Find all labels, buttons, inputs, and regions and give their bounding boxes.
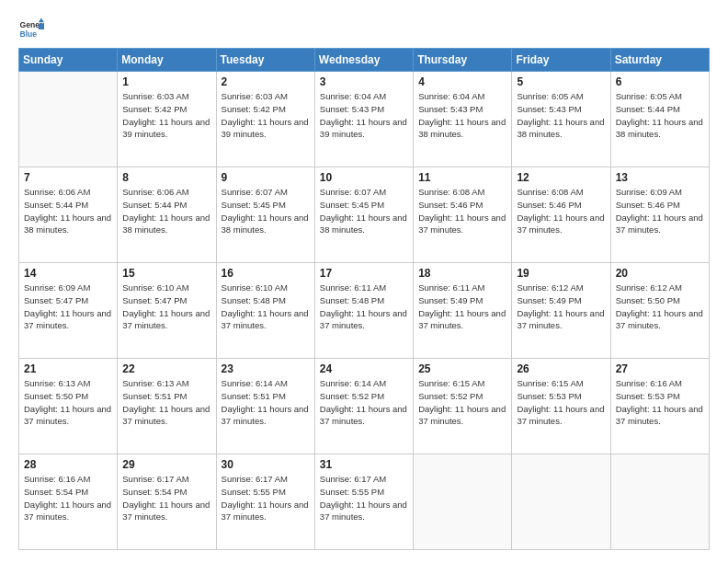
- day-number: 10: [320, 171, 408, 184]
- day-info: Sunrise: 6:10 AMSunset: 5:48 PMDaylight:…: [222, 282, 310, 332]
- day-number: 11: [418, 171, 506, 184]
- calendar-cell: [414, 454, 512, 550]
- calendar-cell: 17Sunrise: 6:11 AMSunset: 5:48 PMDayligh…: [314, 263, 413, 359]
- day-number: 23: [222, 362, 310, 375]
- weekday-header: Sunday: [19, 49, 118, 72]
- calendar-cell: 7Sunrise: 6:06 AMSunset: 5:44 PMDaylight…: [19, 167, 118, 263]
- day-number: 12: [517, 171, 605, 184]
- day-info: Sunrise: 6:04 AMSunset: 5:43 PMDaylight:…: [320, 90, 408, 141]
- day-info: Sunrise: 6:06 AMSunset: 5:44 PMDaylight:…: [122, 186, 210, 236]
- day-info: Sunrise: 6:15 AMSunset: 5:52 PMDaylight:…: [418, 377, 506, 428]
- day-number: 25: [418, 362, 506, 375]
- day-info: Sunrise: 6:12 AMSunset: 5:49 PMDaylight:…: [517, 282, 605, 332]
- calendar-cell: 14Sunrise: 6:09 AMSunset: 5:47 PMDayligh…: [19, 263, 118, 359]
- day-number: 4: [418, 75, 506, 88]
- day-info: Sunrise: 6:06 AMSunset: 5:44 PMDaylight:…: [24, 186, 112, 236]
- day-info: Sunrise: 6:13 AMSunset: 5:50 PMDaylight:…: [24, 377, 112, 428]
- calendar-cell: 18Sunrise: 6:11 AMSunset: 5:49 PMDayligh…: [414, 263, 512, 359]
- day-info: Sunrise: 6:07 AMSunset: 5:45 PMDaylight:…: [222, 186, 310, 236]
- day-number: 16: [222, 267, 310, 280]
- day-number: 5: [517, 75, 605, 88]
- logo-icon: General Blue: [18, 17, 44, 42]
- day-number: 15: [122, 267, 210, 280]
- day-number: 18: [418, 267, 506, 280]
- calendar-week-row: 7Sunrise: 6:06 AMSunset: 5:44 PMDaylight…: [19, 167, 710, 263]
- day-number: 20: [616, 267, 704, 280]
- day-number: 30: [222, 458, 310, 471]
- day-info: Sunrise: 6:16 AMSunset: 5:53 PMDaylight:…: [616, 377, 704, 428]
- calendar-cell: 28Sunrise: 6:16 AMSunset: 5:54 PMDayligh…: [19, 454, 118, 550]
- calendar-header-row: SundayMondayTuesdayWednesdayThursdayFrid…: [19, 49, 710, 72]
- calendar-cell: 21Sunrise: 6:13 AMSunset: 5:50 PMDayligh…: [19, 359, 118, 454]
- day-number: 24: [320, 362, 408, 375]
- day-number: 19: [517, 267, 605, 280]
- day-info: Sunrise: 6:13 AMSunset: 5:51 PMDaylight:…: [122, 377, 210, 428]
- day-info: Sunrise: 6:14 AMSunset: 5:51 PMDaylight:…: [222, 377, 310, 428]
- calendar-table: SundayMondayTuesdayWednesdayThursdayFrid…: [18, 48, 710, 550]
- calendar-cell: 24Sunrise: 6:14 AMSunset: 5:52 PMDayligh…: [314, 359, 413, 454]
- day-info: Sunrise: 6:12 AMSunset: 5:50 PMDaylight:…: [616, 282, 704, 332]
- day-number: 1: [122, 75, 210, 88]
- calendar-cell: 19Sunrise: 6:12 AMSunset: 5:49 PMDayligh…: [512, 263, 610, 359]
- day-info: Sunrise: 6:03 AMSunset: 5:42 PMDaylight:…: [122, 90, 210, 141]
- calendar-cell: [19, 72, 118, 167]
- day-number: 6: [616, 75, 704, 88]
- calendar-cell: 26Sunrise: 6:15 AMSunset: 5:53 PMDayligh…: [512, 359, 610, 454]
- day-number: 31: [320, 458, 408, 471]
- day-number: 9: [222, 171, 310, 184]
- day-info: Sunrise: 6:17 AMSunset: 5:55 PMDaylight:…: [320, 473, 408, 523]
- day-number: 27: [616, 362, 704, 375]
- day-info: Sunrise: 6:04 AMSunset: 5:43 PMDaylight:…: [418, 90, 506, 141]
- calendar-cell: 27Sunrise: 6:16 AMSunset: 5:53 PMDayligh…: [610, 359, 709, 454]
- calendar-cell: 11Sunrise: 6:08 AMSunset: 5:46 PMDayligh…: [414, 167, 512, 263]
- day-info: Sunrise: 6:09 AMSunset: 5:47 PMDaylight:…: [24, 282, 112, 332]
- calendar-cell: 25Sunrise: 6:15 AMSunset: 5:52 PMDayligh…: [414, 359, 512, 454]
- day-number: 28: [24, 458, 112, 471]
- calendar-cell: 23Sunrise: 6:14 AMSunset: 5:51 PMDayligh…: [216, 359, 314, 454]
- day-number: 22: [122, 362, 210, 375]
- svg-marker-3: [39, 24, 44, 29]
- day-number: 29: [122, 458, 210, 471]
- day-info: Sunrise: 6:10 AMSunset: 5:47 PMDaylight:…: [122, 282, 210, 332]
- svg-text:Blue: Blue: [20, 29, 38, 39]
- day-info: Sunrise: 6:17 AMSunset: 5:55 PMDaylight:…: [222, 473, 310, 523]
- header: General Blue: [18, 17, 710, 42]
- calendar-cell: 16Sunrise: 6:10 AMSunset: 5:48 PMDayligh…: [216, 263, 314, 359]
- day-info: Sunrise: 6:14 AMSunset: 5:52 PMDaylight:…: [320, 377, 408, 428]
- day-number: 13: [616, 171, 704, 184]
- calendar-week-row: 21Sunrise: 6:13 AMSunset: 5:50 PMDayligh…: [19, 359, 710, 454]
- calendar-cell: 5Sunrise: 6:05 AMSunset: 5:43 PMDaylight…: [512, 72, 610, 167]
- weekday-header: Monday: [118, 49, 216, 72]
- calendar-cell: 15Sunrise: 6:10 AMSunset: 5:47 PMDayligh…: [118, 263, 216, 359]
- day-info: Sunrise: 6:05 AMSunset: 5:43 PMDaylight:…: [517, 90, 605, 141]
- weekday-header: Saturday: [610, 49, 709, 72]
- day-number: 8: [122, 171, 210, 184]
- day-number: 17: [320, 267, 408, 280]
- day-number: 7: [24, 171, 112, 184]
- calendar-week-row: 1Sunrise: 6:03 AMSunset: 5:42 PMDaylight…: [19, 72, 710, 167]
- calendar-cell: 1Sunrise: 6:03 AMSunset: 5:42 PMDaylight…: [118, 72, 216, 167]
- day-info: Sunrise: 6:11 AMSunset: 5:49 PMDaylight:…: [418, 282, 506, 332]
- calendar-week-row: 28Sunrise: 6:16 AMSunset: 5:54 PMDayligh…: [19, 454, 710, 550]
- day-info: Sunrise: 6:07 AMSunset: 5:45 PMDaylight:…: [320, 186, 408, 236]
- day-info: Sunrise: 6:09 AMSunset: 5:46 PMDaylight:…: [616, 186, 704, 236]
- calendar-cell: 8Sunrise: 6:06 AMSunset: 5:44 PMDaylight…: [118, 167, 216, 263]
- day-info: Sunrise: 6:05 AMSunset: 5:44 PMDaylight:…: [616, 90, 704, 141]
- calendar-cell: [610, 454, 709, 550]
- day-number: 14: [24, 267, 112, 280]
- weekday-header: Wednesday: [314, 49, 413, 72]
- day-info: Sunrise: 6:16 AMSunset: 5:54 PMDaylight:…: [24, 473, 112, 523]
- calendar-cell: 6Sunrise: 6:05 AMSunset: 5:44 PMDaylight…: [610, 72, 709, 167]
- day-info: Sunrise: 6:03 AMSunset: 5:42 PMDaylight:…: [222, 90, 310, 141]
- weekday-header: Friday: [512, 49, 610, 72]
- calendar-cell: 30Sunrise: 6:17 AMSunset: 5:55 PMDayligh…: [216, 454, 314, 550]
- day-number: 26: [517, 362, 605, 375]
- day-info: Sunrise: 6:08 AMSunset: 5:46 PMDaylight:…: [517, 186, 605, 236]
- calendar-cell: 20Sunrise: 6:12 AMSunset: 5:50 PMDayligh…: [610, 263, 709, 359]
- calendar-cell: 12Sunrise: 6:08 AMSunset: 5:46 PMDayligh…: [512, 167, 610, 263]
- day-number: 21: [24, 362, 112, 375]
- page: General Blue SundayMondayTuesdayWednesda…: [0, 0, 728, 563]
- day-info: Sunrise: 6:15 AMSunset: 5:53 PMDaylight:…: [517, 377, 605, 428]
- day-info: Sunrise: 6:08 AMSunset: 5:46 PMDaylight:…: [418, 186, 506, 236]
- logo: General Blue: [18, 17, 44, 42]
